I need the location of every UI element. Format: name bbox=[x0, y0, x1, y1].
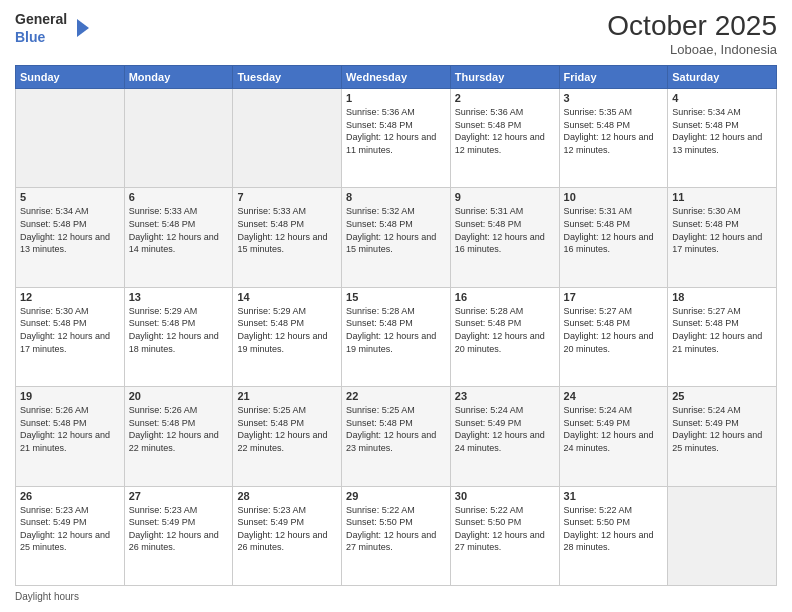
calendar-week-4: 26 Sunrise: 5:23 AMSunset: 5:49 PMDaylig… bbox=[16, 486, 777, 585]
footer: Daylight hours bbox=[15, 591, 777, 602]
day-info: Sunrise: 5:22 AMSunset: 5:50 PMDaylight:… bbox=[346, 504, 446, 554]
day-info: Sunrise: 5:29 AMSunset: 5:48 PMDaylight:… bbox=[129, 305, 229, 355]
col-saturday: Saturday bbox=[668, 66, 777, 89]
table-row bbox=[668, 486, 777, 585]
table-row bbox=[124, 89, 233, 188]
day-number: 25 bbox=[672, 390, 772, 402]
table-row: 19 Sunrise: 5:26 AMSunset: 5:48 PMDaylig… bbox=[16, 387, 125, 486]
logo-blue: Blue bbox=[15, 29, 45, 45]
table-row: 31 Sunrise: 5:22 AMSunset: 5:50 PMDaylig… bbox=[559, 486, 668, 585]
day-number: 14 bbox=[237, 291, 337, 303]
table-row: 1 Sunrise: 5:36 AMSunset: 5:48 PMDayligh… bbox=[342, 89, 451, 188]
day-number: 18 bbox=[672, 291, 772, 303]
table-row: 2 Sunrise: 5:36 AMSunset: 5:48 PMDayligh… bbox=[450, 89, 559, 188]
day-number: 7 bbox=[237, 191, 337, 203]
logo-text: General Blue bbox=[15, 10, 67, 46]
table-row: 16 Sunrise: 5:28 AMSunset: 5:48 PMDaylig… bbox=[450, 287, 559, 386]
day-info: Sunrise: 5:28 AMSunset: 5:48 PMDaylight:… bbox=[455, 305, 555, 355]
day-number: 19 bbox=[20, 390, 120, 402]
table-row: 26 Sunrise: 5:23 AMSunset: 5:49 PMDaylig… bbox=[16, 486, 125, 585]
table-row: 23 Sunrise: 5:24 AMSunset: 5:49 PMDaylig… bbox=[450, 387, 559, 486]
day-info: Sunrise: 5:22 AMSunset: 5:50 PMDaylight:… bbox=[564, 504, 664, 554]
day-number: 8 bbox=[346, 191, 446, 203]
logo-general: General bbox=[15, 11, 67, 27]
svg-marker-0 bbox=[77, 19, 89, 37]
title-block: October 2025 Loboae, Indonesia bbox=[607, 10, 777, 57]
day-number: 16 bbox=[455, 291, 555, 303]
day-number: 4 bbox=[672, 92, 772, 104]
day-number: 6 bbox=[129, 191, 229, 203]
table-row: 7 Sunrise: 5:33 AMSunset: 5:48 PMDayligh… bbox=[233, 188, 342, 287]
col-wednesday: Wednesday bbox=[342, 66, 451, 89]
day-number: 31 bbox=[564, 490, 664, 502]
table-row: 14 Sunrise: 5:29 AMSunset: 5:48 PMDaylig… bbox=[233, 287, 342, 386]
day-info: Sunrise: 5:27 AMSunset: 5:48 PMDaylight:… bbox=[672, 305, 772, 355]
day-number: 15 bbox=[346, 291, 446, 303]
day-number: 1 bbox=[346, 92, 446, 104]
day-number: 11 bbox=[672, 191, 772, 203]
day-info: Sunrise: 5:33 AMSunset: 5:48 PMDaylight:… bbox=[237, 205, 337, 255]
table-row: 20 Sunrise: 5:26 AMSunset: 5:48 PMDaylig… bbox=[124, 387, 233, 486]
calendar-table: Sunday Monday Tuesday Wednesday Thursday… bbox=[15, 65, 777, 586]
month-title: October 2025 bbox=[607, 10, 777, 42]
day-info: Sunrise: 5:24 AMSunset: 5:49 PMDaylight:… bbox=[564, 404, 664, 454]
table-row: 6 Sunrise: 5:33 AMSunset: 5:48 PMDayligh… bbox=[124, 188, 233, 287]
logo: General Blue bbox=[15, 10, 91, 46]
table-row bbox=[233, 89, 342, 188]
table-row: 9 Sunrise: 5:31 AMSunset: 5:48 PMDayligh… bbox=[450, 188, 559, 287]
table-row: 25 Sunrise: 5:24 AMSunset: 5:49 PMDaylig… bbox=[668, 387, 777, 486]
calendar-week-3: 19 Sunrise: 5:26 AMSunset: 5:48 PMDaylig… bbox=[16, 387, 777, 486]
col-thursday: Thursday bbox=[450, 66, 559, 89]
day-number: 20 bbox=[129, 390, 229, 402]
day-info: Sunrise: 5:31 AMSunset: 5:48 PMDaylight:… bbox=[564, 205, 664, 255]
day-info: Sunrise: 5:28 AMSunset: 5:48 PMDaylight:… bbox=[346, 305, 446, 355]
day-info: Sunrise: 5:23 AMSunset: 5:49 PMDaylight:… bbox=[237, 504, 337, 554]
day-info: Sunrise: 5:22 AMSunset: 5:50 PMDaylight:… bbox=[455, 504, 555, 554]
day-number: 24 bbox=[564, 390, 664, 402]
logo-block: General Blue bbox=[15, 10, 91, 46]
table-row: 13 Sunrise: 5:29 AMSunset: 5:48 PMDaylig… bbox=[124, 287, 233, 386]
day-info: Sunrise: 5:31 AMSunset: 5:48 PMDaylight:… bbox=[455, 205, 555, 255]
day-number: 26 bbox=[20, 490, 120, 502]
table-row: 27 Sunrise: 5:23 AMSunset: 5:49 PMDaylig… bbox=[124, 486, 233, 585]
day-number: 27 bbox=[129, 490, 229, 502]
col-friday: Friday bbox=[559, 66, 668, 89]
header: General Blue October 2025 Loboae, Indone… bbox=[15, 10, 777, 57]
table-row: 12 Sunrise: 5:30 AMSunset: 5:48 PMDaylig… bbox=[16, 287, 125, 386]
table-row: 3 Sunrise: 5:35 AMSunset: 5:48 PMDayligh… bbox=[559, 89, 668, 188]
day-number: 13 bbox=[129, 291, 229, 303]
table-row: 4 Sunrise: 5:34 AMSunset: 5:48 PMDayligh… bbox=[668, 89, 777, 188]
header-row: Sunday Monday Tuesday Wednesday Thursday… bbox=[16, 66, 777, 89]
col-tuesday: Tuesday bbox=[233, 66, 342, 89]
day-number: 3 bbox=[564, 92, 664, 104]
calendar-week-2: 12 Sunrise: 5:30 AMSunset: 5:48 PMDaylig… bbox=[16, 287, 777, 386]
day-number: 9 bbox=[455, 191, 555, 203]
day-number: 30 bbox=[455, 490, 555, 502]
day-info: Sunrise: 5:24 AMSunset: 5:49 PMDaylight:… bbox=[672, 404, 772, 454]
day-number: 21 bbox=[237, 390, 337, 402]
table-row: 5 Sunrise: 5:34 AMSunset: 5:48 PMDayligh… bbox=[16, 188, 125, 287]
day-info: Sunrise: 5:23 AMSunset: 5:49 PMDaylight:… bbox=[129, 504, 229, 554]
table-row: 11 Sunrise: 5:30 AMSunset: 5:48 PMDaylig… bbox=[668, 188, 777, 287]
day-info: Sunrise: 5:36 AMSunset: 5:48 PMDaylight:… bbox=[455, 106, 555, 156]
day-info: Sunrise: 5:24 AMSunset: 5:49 PMDaylight:… bbox=[455, 404, 555, 454]
day-info: Sunrise: 5:26 AMSunset: 5:48 PMDaylight:… bbox=[20, 404, 120, 454]
calendar-week-1: 5 Sunrise: 5:34 AMSunset: 5:48 PMDayligh… bbox=[16, 188, 777, 287]
day-number: 17 bbox=[564, 291, 664, 303]
table-row: 8 Sunrise: 5:32 AMSunset: 5:48 PMDayligh… bbox=[342, 188, 451, 287]
day-info: Sunrise: 5:26 AMSunset: 5:48 PMDaylight:… bbox=[129, 404, 229, 454]
table-row: 22 Sunrise: 5:25 AMSunset: 5:48 PMDaylig… bbox=[342, 387, 451, 486]
day-number: 2 bbox=[455, 92, 555, 104]
table-row: 30 Sunrise: 5:22 AMSunset: 5:50 PMDaylig… bbox=[450, 486, 559, 585]
day-info: Sunrise: 5:27 AMSunset: 5:48 PMDaylight:… bbox=[564, 305, 664, 355]
day-number: 12 bbox=[20, 291, 120, 303]
day-info: Sunrise: 5:34 AMSunset: 5:48 PMDaylight:… bbox=[20, 205, 120, 255]
day-number: 5 bbox=[20, 191, 120, 203]
table-row: 28 Sunrise: 5:23 AMSunset: 5:49 PMDaylig… bbox=[233, 486, 342, 585]
daylight-label: Daylight hours bbox=[15, 591, 79, 602]
table-row: 15 Sunrise: 5:28 AMSunset: 5:48 PMDaylig… bbox=[342, 287, 451, 386]
table-row: 29 Sunrise: 5:22 AMSunset: 5:50 PMDaylig… bbox=[342, 486, 451, 585]
table-row: 24 Sunrise: 5:24 AMSunset: 5:49 PMDaylig… bbox=[559, 387, 668, 486]
day-info: Sunrise: 5:29 AMSunset: 5:48 PMDaylight:… bbox=[237, 305, 337, 355]
day-info: Sunrise: 5:30 AMSunset: 5:48 PMDaylight:… bbox=[672, 205, 772, 255]
